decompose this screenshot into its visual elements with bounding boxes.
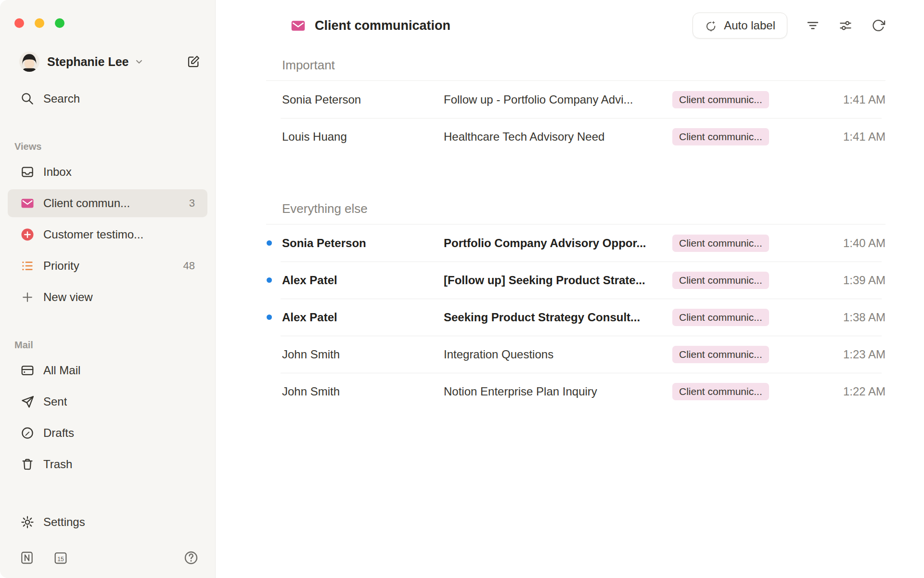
inbox-icon xyxy=(20,165,35,179)
label-badge[interactable]: Client communic... xyxy=(672,128,769,145)
sidebar-item-label: Settings xyxy=(43,515,85,529)
email-sender: John Smith xyxy=(282,385,444,398)
user-name: Stephanie Lee xyxy=(47,55,129,69)
email-row[interactable]: Sonia Peterson Portfolio Company Advisor… xyxy=(266,224,886,262)
sliders-icon xyxy=(838,18,853,33)
account-switcher[interactable]: Stephanie Lee xyxy=(8,48,207,75)
mail-icon xyxy=(20,196,35,210)
display-settings-button[interactable] xyxy=(838,18,853,33)
email-section-everything-else: Everything else Sonia Peterson Portfolio… xyxy=(266,155,886,410)
gear-icon xyxy=(20,515,35,529)
priority-list-icon xyxy=(20,259,35,273)
sidebar-footer: 15 xyxy=(8,539,207,578)
email-subject: Seeking Product Strategy Consult... xyxy=(444,311,672,324)
drafts-icon xyxy=(20,426,35,440)
calendar-icon[interactable]: 15 xyxy=(53,550,68,565)
email-row[interactable]: John Smith Notion Enterprise Plan Inquir… xyxy=(266,373,886,410)
sidebar-item-label: Sent xyxy=(43,395,67,408)
svg-text:15: 15 xyxy=(57,556,64,563)
email-subject: Portfolio Company Advisory Oppor... xyxy=(444,236,672,250)
compose-button[interactable] xyxy=(184,53,203,71)
email-row[interactable]: Alex Patel Seeking Product Strategy Cons… xyxy=(266,299,886,336)
email-row[interactable]: Sonia Peterson Follow up - Portfolio Com… xyxy=(266,81,886,118)
email-time: 1:22 AM xyxy=(796,385,886,398)
send-icon xyxy=(20,394,35,409)
notion-logo-icon[interactable] xyxy=(19,550,35,565)
label-badge[interactable]: Client communic... xyxy=(672,383,769,400)
email-row[interactable]: Louis Huang Healthcare Tech Advisory Nee… xyxy=(266,118,886,155)
email-row[interactable]: John Smith Integration Questions Client … xyxy=(266,336,886,373)
sidebar-item-label: Drafts xyxy=(43,426,74,440)
chevron-down-icon xyxy=(134,56,144,67)
sidebar-bottom: Settings 15 xyxy=(8,508,207,578)
close-window-button[interactable] xyxy=(14,18,24,28)
app-window: Stephanie Lee Search Views xyxy=(0,0,924,578)
auto-label-button[interactable]: Auto label xyxy=(693,13,787,39)
sidebar-item-label: Inbox xyxy=(43,165,72,179)
sidebar-item-priority[interactable]: Priority 48 xyxy=(8,252,207,280)
email-time: 1:23 AM xyxy=(796,348,886,361)
section-title: Everything else xyxy=(282,201,886,216)
search-icon xyxy=(20,92,35,106)
sidebar-item-search[interactable]: Search xyxy=(8,85,207,113)
refresh-button[interactable] xyxy=(871,18,886,33)
unread-indicator xyxy=(266,277,282,283)
header-actions: Auto label xyxy=(693,13,886,39)
plus-circle-icon xyxy=(20,227,35,242)
filter-button[interactable] xyxy=(806,18,820,33)
sidebar-item-customer-testimonials[interactable]: Customer testimo... xyxy=(8,221,207,249)
unread-dot xyxy=(267,315,272,320)
view-header: Client communication Auto label xyxy=(266,13,886,39)
email-sender: Sonia Peterson xyxy=(282,236,444,250)
label-badge[interactable]: Client communic... xyxy=(672,309,769,326)
sidebar-item-label: Trash xyxy=(43,458,72,471)
email-subject: Integration Questions xyxy=(444,348,672,361)
email-subject: [Follow up] Seeking Product Strate... xyxy=(444,274,672,287)
sidebar-item-label: All Mail xyxy=(43,364,80,377)
auto-label-button-label: Auto label xyxy=(724,19,775,32)
filter-lines-icon xyxy=(806,18,820,33)
sidebar-item-label: Customer testimo... xyxy=(43,228,143,241)
sidebar-item-label: Client commun... xyxy=(43,197,130,210)
sidebar-item-label: New view xyxy=(43,290,93,304)
sidebar-item-sent[interactable]: Sent xyxy=(8,388,207,416)
sidebar-section-views: Views xyxy=(14,141,207,152)
email-time: 1:38 AM xyxy=(796,311,886,324)
priority-count-badge: 48 xyxy=(178,260,195,272)
section-title: Important xyxy=(282,58,886,73)
help-icon[interactable] xyxy=(183,550,199,565)
plus-icon xyxy=(20,290,35,304)
sidebar-item-client-communication[interactable]: Client commun... 3 xyxy=(8,189,207,217)
all-mail-icon xyxy=(20,363,35,378)
email-sender: John Smith xyxy=(282,348,444,361)
trash-icon xyxy=(20,457,35,472)
sidebar-item-new-view[interactable]: New view xyxy=(8,283,207,311)
email-row[interactable]: Alex Patel [Follow up] Seeking Product S… xyxy=(266,262,886,299)
sidebar-section-mail: Mail xyxy=(14,340,207,351)
email-time: 1:39 AM xyxy=(796,274,886,287)
sidebar-item-label: Search xyxy=(43,92,80,105)
email-subject: Notion Enterprise Plan Inquiry xyxy=(444,385,672,398)
sidebar-item-all-mail[interactable]: All Mail xyxy=(8,356,207,384)
auto-label-icon xyxy=(705,19,718,32)
email-sender: Alex Patel xyxy=(282,274,444,287)
sidebar-item-settings[interactable]: Settings xyxy=(8,508,207,536)
sidebar-item-trash[interactable]: Trash xyxy=(8,450,207,478)
label-badge[interactable]: Client communic... xyxy=(672,272,769,289)
label-badge[interactable]: Client communic... xyxy=(672,91,769,108)
label-badge[interactable]: Client communic... xyxy=(672,346,769,363)
sidebar-item-inbox[interactable]: Inbox xyxy=(8,158,207,186)
email-time: 1:40 AM xyxy=(796,236,886,250)
email-sender: Sonia Peterson xyxy=(282,93,444,106)
email-time: 1:41 AM xyxy=(796,130,886,144)
label-badge[interactable]: Client communic... xyxy=(672,235,769,252)
sidebar-item-label: Priority xyxy=(43,259,79,273)
unread-dot xyxy=(267,240,272,246)
sidebar-item-drafts[interactable]: Drafts xyxy=(8,419,207,447)
email-section-important: Important Sonia Peterson Follow up - Por… xyxy=(266,39,886,155)
minimize-window-button[interactable] xyxy=(35,18,44,28)
unread-count-badge: 3 xyxy=(183,197,195,210)
zoom-window-button[interactable] xyxy=(55,18,64,28)
refresh-icon xyxy=(871,18,886,33)
email-sender: Louis Huang xyxy=(282,130,444,144)
